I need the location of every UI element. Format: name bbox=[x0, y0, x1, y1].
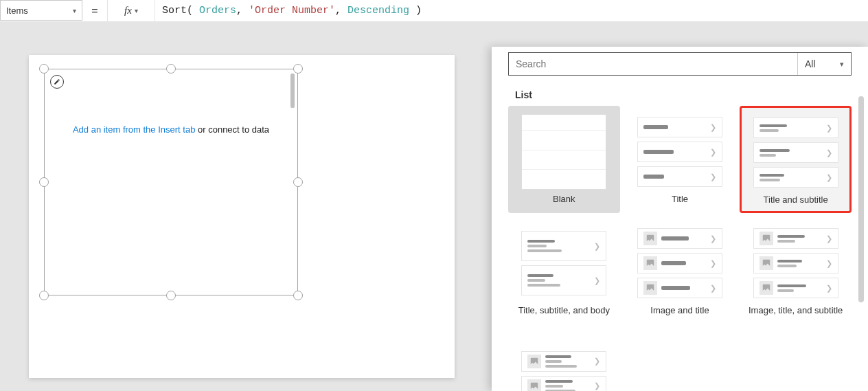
formula-token: Orders bbox=[199, 5, 236, 16]
chevron-right-icon: ❯ bbox=[826, 148, 832, 157]
resize-handle[interactable] bbox=[293, 177, 303, 187]
equals-label: = bbox=[82, 0, 107, 21]
chevron-right-icon: ❯ bbox=[710, 123, 716, 132]
formula-token: Sort( bbox=[162, 5, 199, 16]
layout-tile-title-subtitle-body[interactable]: ❯ ❯ Title, subtitle, and body bbox=[508, 217, 620, 323]
image-icon bbox=[760, 256, 773, 270]
layout-tile-partial[interactable]: ❯ ❯ bbox=[508, 328, 620, 392]
chevron-down-icon: ▾ bbox=[135, 7, 138, 14]
image-icon bbox=[760, 232, 773, 245]
chevron-right-icon: ❯ bbox=[826, 284, 832, 293]
section-title: List bbox=[508, 81, 852, 106]
formula-token: , bbox=[335, 5, 347, 16]
chevron-right-icon: ❯ bbox=[710, 259, 716, 268]
chevron-right-icon: ❯ bbox=[710, 148, 716, 157]
tile-label: Title, subtitle, and body bbox=[518, 305, 610, 316]
tile-label: Title bbox=[672, 194, 688, 205]
resize-handle[interactable] bbox=[39, 64, 49, 74]
property-dropdown-label: Items bbox=[6, 5, 28, 16]
chevron-right-icon: ❯ bbox=[710, 172, 716, 181]
fx-icon: fx bbox=[124, 5, 132, 16]
search-filter-label: All bbox=[805, 58, 816, 69]
image-icon bbox=[527, 355, 541, 368]
formula-token: 'Order Number' bbox=[249, 5, 335, 16]
formula-token: , bbox=[236, 5, 249, 16]
chevron-right-icon: ❯ bbox=[826, 234, 832, 243]
insert-item-link[interactable]: Add an item from the Insert tab bbox=[73, 124, 195, 135]
resize-handle[interactable] bbox=[166, 291, 176, 300]
layout-grid: Blank ❯ ❯ ❯ Title ❯ ❯ ❯ bbox=[508, 106, 852, 391]
tile-preview bbox=[521, 114, 606, 190]
gallery-placeholder: Add an item from the Insert tab or conne… bbox=[45, 124, 297, 135]
selected-gallery[interactable]: Add an item from the Insert tab or conne… bbox=[44, 69, 298, 295]
pencil-icon bbox=[54, 78, 60, 85]
chevron-right-icon: ❯ bbox=[710, 234, 716, 243]
canvas-background: Add an item from the Insert tab or conne… bbox=[0, 22, 868, 391]
search-row: All ▾ bbox=[508, 52, 852, 76]
tile-label: Title and subtitle bbox=[764, 194, 828, 205]
flyout-scrollbar[interactable] bbox=[858, 96, 864, 302]
image-icon bbox=[643, 256, 657, 270]
tile-preview: ❯ ❯ ❯ bbox=[753, 115, 838, 190]
fx-dropdown[interactable]: fx ▾ bbox=[107, 0, 155, 21]
chevron-right-icon: ❯ bbox=[594, 242, 600, 251]
formula-token: Descending bbox=[347, 5, 409, 16]
tile-preview: ❯ ❯ bbox=[521, 336, 606, 392]
search-filter-dropdown[interactable]: All ▾ bbox=[797, 53, 851, 75]
resize-handle[interactable] bbox=[39, 291, 49, 300]
resize-handle[interactable] bbox=[293, 64, 303, 74]
tile-label: Image and title bbox=[650, 305, 709, 316]
formula-token: ) bbox=[409, 5, 422, 16]
property-dropdown[interactable]: Items ▾ bbox=[0, 0, 82, 21]
search-input[interactable] bbox=[509, 53, 797, 75]
tile-preview: ❯ ❯ ❯ bbox=[637, 114, 722, 190]
image-icon bbox=[643, 232, 657, 245]
tile-preview: ❯ ❯ ❯ bbox=[637, 225, 722, 301]
formula-input[interactable]: Sort( Orders , 'Order Number' , Descendi… bbox=[155, 0, 868, 21]
layout-flyout: All ▾ List Blank ❯ ❯ bbox=[492, 47, 868, 391]
layout-tile-blank[interactable]: Blank bbox=[508, 106, 620, 213]
image-icon bbox=[527, 379, 541, 392]
resize-handle[interactable] bbox=[293, 291, 303, 300]
chevron-right-icon: ❯ bbox=[826, 259, 832, 268]
tile-preview: ❯ ❯ bbox=[521, 225, 606, 301]
placeholder-suffix: or connect to data bbox=[195, 124, 269, 135]
gallery-scrollbar[interactable] bbox=[290, 74, 295, 108]
layout-tile-title[interactable]: ❯ ❯ ❯ Title bbox=[624, 106, 736, 213]
resize-handle[interactable] bbox=[39, 177, 49, 187]
resize-handle[interactable] bbox=[166, 64, 176, 74]
chevron-down-icon: ▾ bbox=[73, 7, 76, 14]
tile-label: Blank bbox=[553, 194, 575, 205]
chevron-right-icon: ❯ bbox=[826, 173, 832, 182]
chevron-right-icon: ❯ bbox=[594, 357, 600, 366]
tile-label: Image, title, and subtitle bbox=[749, 305, 843, 316]
chevron-down-icon: ▾ bbox=[840, 60, 844, 69]
formula-bar: Items ▾ = fx ▾ Sort( Orders , 'Order Num… bbox=[0, 0, 868, 22]
chevron-right-icon: ❯ bbox=[594, 381, 600, 390]
layout-tile-image-title[interactable]: ❯ ❯ ❯ Image and title bbox=[624, 217, 736, 323]
chevron-right-icon: ❯ bbox=[826, 124, 832, 133]
chevron-right-icon: ❯ bbox=[710, 284, 716, 293]
app-screen[interactable]: Add an item from the Insert tab or conne… bbox=[29, 55, 455, 378]
layout-tile-title-subtitle[interactable]: ❯ ❯ ❯ Title and subtitle bbox=[740, 106, 852, 213]
edit-template-button[interactable] bbox=[50, 75, 64, 89]
image-icon bbox=[643, 281, 657, 295]
layout-tile-image-title-subtitle[interactable]: ❯ ❯ ❯ Image, title, and subtitle bbox=[740, 217, 852, 323]
tile-preview: ❯ ❯ ❯ bbox=[753, 225, 838, 301]
image-icon bbox=[760, 281, 773, 295]
chevron-right-icon: ❯ bbox=[594, 276, 600, 285]
